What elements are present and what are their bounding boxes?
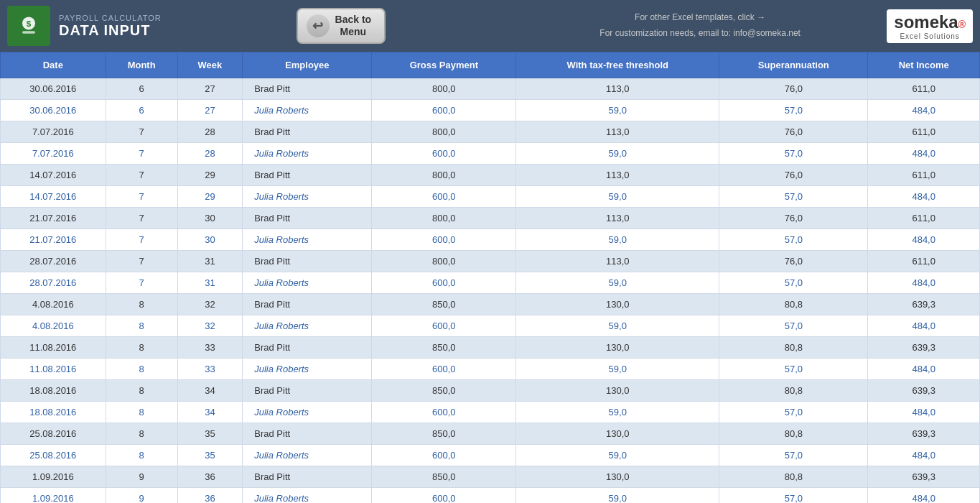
table-row: 14.07.2016729Julia Roberts600,059,057,04… (1, 186, 980, 208)
table-row: 25.08.2016835Brad Pitt850,0130,080,8639,… (1, 423, 980, 445)
table-row: 11.08.2016833Brad Pitt850,0130,080,8639,… (1, 337, 980, 359)
table-cell: 59,0 (516, 100, 719, 121)
brand-subtitle: Excel Solutions (900, 32, 959, 40)
table-row: 7.07.2016728Julia Roberts600,059,057,048… (1, 143, 980, 165)
page-title: DATA INPUT (59, 22, 162, 39)
table-cell: Brad Pitt (243, 165, 372, 186)
table-cell: 57,0 (719, 143, 868, 165)
table-cell: 130,0 (516, 466, 719, 488)
table-cell: 484,0 (868, 402, 980, 423)
table-row: 30.06.2016627Julia Roberts600,059,057,04… (1, 100, 980, 121)
table-cell: 850,0 (372, 380, 516, 402)
back-to-menu-button[interactable]: ↩ Back to Menu (297, 8, 386, 44)
header-info: For other Excel templates, click → For c… (521, 10, 879, 41)
table-cell: 850,0 (372, 337, 516, 359)
table-cell: 18.08.2016 (1, 380, 106, 402)
table-cell: 611,0 (868, 165, 980, 186)
table-cell: 76,0 (719, 78, 868, 100)
table-row: 21.07.2016730Brad Pitt800,0113,076,0611,… (1, 208, 980, 229)
table-cell: 6 (106, 100, 177, 121)
table-cell: 57,0 (719, 488, 868, 504)
table-cell: 850,0 (372, 423, 516, 445)
table-cell: 800,0 (372, 208, 516, 229)
table-cell: 29 (177, 165, 243, 186)
table-cell: Julia Roberts (243, 315, 372, 337)
payroll-table: Date Month Week Employee Gross Payment W… (0, 52, 980, 503)
table-cell: 31 (177, 272, 243, 294)
table-cell: 35 (177, 423, 243, 445)
table-cell: Brad Pitt (243, 121, 372, 143)
table-cell: 484,0 (868, 143, 980, 165)
table-container: Date Month Week Employee Gross Payment W… (0, 52, 980, 503)
info-line2: For customization needs, email to: info@… (521, 26, 879, 42)
table-cell: 7 (106, 229, 177, 251)
table-cell: 484,0 (868, 186, 980, 208)
table-cell: 8 (106, 315, 177, 337)
table-cell: 80,8 (719, 423, 868, 445)
table-cell: 76,0 (719, 208, 868, 229)
table-cell: 57,0 (719, 445, 868, 466)
table-cell: 11.08.2016 (1, 359, 106, 380)
table-cell: 80,8 (719, 466, 868, 488)
table-cell: 800,0 (372, 251, 516, 272)
table-cell: 27 (177, 78, 243, 100)
table-cell: 30.06.2016 (1, 100, 106, 121)
table-cell: 8 (106, 380, 177, 402)
table-cell: 611,0 (868, 121, 980, 143)
table-cell: 611,0 (868, 208, 980, 229)
table-cell: Julia Roberts (243, 143, 372, 165)
svg-rect-2 (22, 31, 35, 34)
table-cell: 639,3 (868, 423, 980, 445)
table-cell: 30 (177, 208, 243, 229)
table-cell: 600,0 (372, 100, 516, 121)
table-cell: 25.08.2016 (1, 445, 106, 466)
col-gross: Gross Payment (372, 52, 516, 78)
app-logo: $ (7, 6, 50, 46)
table-row: 18.08.2016834Julia Roberts600,059,057,04… (1, 402, 980, 423)
table-cell: 76,0 (719, 121, 868, 143)
table-cell: 21.07.2016 (1, 229, 106, 251)
table-cell: 59,0 (516, 445, 719, 466)
table-cell: 4.08.2016 (1, 294, 106, 315)
table-cell: 800,0 (372, 121, 516, 143)
col-tax-free: With tax-free threshold (516, 52, 719, 78)
table-cell: Julia Roberts (243, 229, 372, 251)
table-cell: 59,0 (516, 229, 719, 251)
table-cell: 600,0 (372, 143, 516, 165)
table-row: 4.08.2016832Brad Pitt850,0130,080,8639,3 (1, 294, 980, 315)
table-cell: 57,0 (719, 100, 868, 121)
table-cell: 600,0 (372, 272, 516, 294)
table-cell: 7 (106, 251, 177, 272)
table-cell: 800,0 (372, 165, 516, 186)
table-cell: 33 (177, 359, 243, 380)
table-cell: 600,0 (372, 186, 516, 208)
table-cell: 1.09.2016 (1, 488, 106, 504)
table-cell: 11.08.2016 (1, 337, 106, 359)
table-row: 30.06.2016627Brad Pitt800,0113,076,0611,… (1, 78, 980, 100)
table-cell: Brad Pitt (243, 337, 372, 359)
table-cell: 34 (177, 402, 243, 423)
table-cell: 35 (177, 445, 243, 466)
table-cell: 484,0 (868, 359, 980, 380)
col-employee: Employee (243, 52, 372, 78)
svg-text:$: $ (27, 19, 32, 28)
table-cell: 80,8 (719, 337, 868, 359)
table-cell: 4.08.2016 (1, 315, 106, 337)
table-cell: 8 (106, 294, 177, 315)
table-cell: 130,0 (516, 337, 719, 359)
table-cell: 800,0 (372, 78, 516, 100)
table-cell: 57,0 (719, 315, 868, 337)
table-cell: 57,0 (719, 186, 868, 208)
table-cell: 7 (106, 165, 177, 186)
table-cell: 7 (106, 208, 177, 229)
table-cell: 76,0 (719, 251, 868, 272)
table-cell: 113,0 (516, 78, 719, 100)
table-cell: 8 (106, 337, 177, 359)
col-net: Net Income (868, 52, 980, 78)
table-cell: Brad Pitt (243, 294, 372, 315)
table-cell: Brad Pitt (243, 78, 372, 100)
table-cell: 36 (177, 488, 243, 504)
table-cell: 484,0 (868, 488, 980, 504)
table-cell: 600,0 (372, 315, 516, 337)
table-cell: 9 (106, 488, 177, 504)
